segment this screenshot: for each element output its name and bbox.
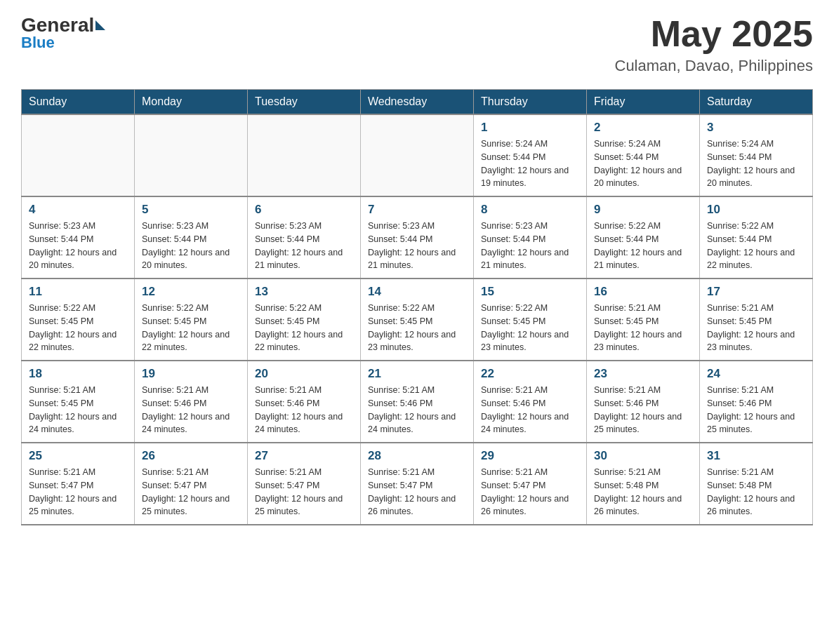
day-number: 15 (481, 285, 579, 299)
calendar-cell (248, 114, 361, 196)
calendar-cell: 18Sunrise: 5:21 AM Sunset: 5:45 PM Dayli… (22, 361, 135, 443)
day-info: Sunrise: 5:22 AM Sunset: 5:45 PM Dayligh… (29, 302, 127, 354)
day-info: Sunrise: 5:21 AM Sunset: 5:46 PM Dayligh… (707, 384, 805, 436)
day-number: 9 (594, 203, 692, 217)
day-info: Sunrise: 5:21 AM Sunset: 5:46 PM Dayligh… (255, 384, 353, 436)
calendar-cell: 7Sunrise: 5:23 AM Sunset: 5:44 PM Daylig… (361, 196, 474, 279)
calendar-cell: 21Sunrise: 5:21 AM Sunset: 5:46 PM Dayli… (361, 361, 474, 443)
day-number: 11 (29, 285, 127, 299)
location: Culaman, Davao, Philippines (615, 57, 814, 75)
weekday-header-saturday: Saturday (700, 90, 813, 115)
day-number: 20 (255, 367, 353, 381)
day-number: 27 (255, 449, 353, 463)
day-info: Sunrise: 5:21 AM Sunset: 5:46 PM Dayligh… (481, 384, 579, 436)
day-info: Sunrise: 5:24 AM Sunset: 5:44 PM Dayligh… (707, 137, 805, 190)
day-number: 3 (707, 121, 805, 135)
day-info: Sunrise: 5:22 AM Sunset: 5:45 PM Dayligh… (368, 302, 466, 354)
day-info: Sunrise: 5:22 AM Sunset: 5:44 PM Dayligh… (707, 220, 805, 272)
day-number: 30 (594, 449, 692, 463)
calendar-cell: 22Sunrise: 5:21 AM Sunset: 5:46 PM Dayli… (474, 361, 587, 443)
logo: General Blue (21, 14, 107, 52)
day-number: 18 (29, 367, 127, 381)
day-info: Sunrise: 5:21 AM Sunset: 5:47 PM Dayligh… (481, 466, 579, 518)
day-number: 10 (707, 203, 805, 217)
title-area: May 2025 Culaman, Davao, Philippines (615, 14, 814, 75)
calendar-week-5: 25Sunrise: 5:21 AM Sunset: 5:47 PM Dayli… (22, 443, 813, 525)
weekday-header-thursday: Thursday (474, 90, 587, 115)
calendar-cell: 28Sunrise: 5:21 AM Sunset: 5:47 PM Dayli… (361, 443, 474, 525)
calendar-cell: 10Sunrise: 5:22 AM Sunset: 5:44 PM Dayli… (700, 196, 813, 279)
day-info: Sunrise: 5:21 AM Sunset: 5:48 PM Dayligh… (707, 466, 805, 518)
calendar-cell: 16Sunrise: 5:21 AM Sunset: 5:45 PM Dayli… (587, 279, 700, 361)
logo-arrow-icon (95, 20, 105, 30)
day-info: Sunrise: 5:21 AM Sunset: 5:47 PM Dayligh… (29, 466, 127, 518)
calendar-cell: 11Sunrise: 5:22 AM Sunset: 5:45 PM Dayli… (22, 279, 135, 361)
day-number: 1 (481, 121, 579, 135)
day-info: Sunrise: 5:24 AM Sunset: 5:44 PM Dayligh… (594, 137, 692, 190)
day-number: 19 (142, 367, 240, 381)
day-info: Sunrise: 5:21 AM Sunset: 5:46 PM Dayligh… (142, 384, 240, 436)
calendar-cell: 6Sunrise: 5:23 AM Sunset: 5:44 PM Daylig… (248, 196, 361, 279)
day-info: Sunrise: 5:21 AM Sunset: 5:46 PM Dayligh… (594, 384, 692, 436)
weekday-header-wednesday: Wednesday (361, 90, 474, 115)
calendar-cell: 4Sunrise: 5:23 AM Sunset: 5:44 PM Daylig… (22, 196, 135, 279)
day-number: 2 (594, 121, 692, 135)
day-number: 29 (481, 449, 579, 463)
calendar-cell: 12Sunrise: 5:22 AM Sunset: 5:45 PM Dayli… (135, 279, 248, 361)
calendar-cell: 5Sunrise: 5:23 AM Sunset: 5:44 PM Daylig… (135, 196, 248, 279)
day-number: 12 (142, 285, 240, 299)
day-info: Sunrise: 5:22 AM Sunset: 5:45 PM Dayligh… (255, 302, 353, 354)
calendar-cell: 15Sunrise: 5:22 AM Sunset: 5:45 PM Dayli… (474, 279, 587, 361)
calendar-cell: 31Sunrise: 5:21 AM Sunset: 5:48 PM Dayli… (700, 443, 813, 525)
calendar-cell: 3Sunrise: 5:24 AM Sunset: 5:44 PM Daylig… (700, 114, 813, 196)
calendar-cell: 23Sunrise: 5:21 AM Sunset: 5:46 PM Dayli… (587, 361, 700, 443)
calendar-cell: 26Sunrise: 5:21 AM Sunset: 5:47 PM Dayli… (135, 443, 248, 525)
logo-blue: Blue (21, 34, 55, 52)
day-info: Sunrise: 5:23 AM Sunset: 5:44 PM Dayligh… (255, 220, 353, 272)
day-number: 22 (481, 367, 579, 381)
day-number: 8 (481, 203, 579, 217)
day-number: 24 (707, 367, 805, 381)
day-number: 26 (142, 449, 240, 463)
calendar-week-2: 4Sunrise: 5:23 AM Sunset: 5:44 PM Daylig… (22, 196, 813, 279)
day-number: 5 (142, 203, 240, 217)
day-number: 6 (255, 203, 353, 217)
day-info: Sunrise: 5:24 AM Sunset: 5:44 PM Dayligh… (481, 137, 579, 190)
calendar-cell (135, 114, 248, 196)
calendar-cell: 1Sunrise: 5:24 AM Sunset: 5:44 PM Daylig… (474, 114, 587, 196)
calendar-cell: 8Sunrise: 5:23 AM Sunset: 5:44 PM Daylig… (474, 196, 587, 279)
day-number: 31 (707, 449, 805, 463)
calendar-cell: 29Sunrise: 5:21 AM Sunset: 5:47 PM Dayli… (474, 443, 587, 525)
day-info: Sunrise: 5:21 AM Sunset: 5:47 PM Dayligh… (368, 466, 466, 518)
calendar-cell: 2Sunrise: 5:24 AM Sunset: 5:44 PM Daylig… (587, 114, 700, 196)
day-info: Sunrise: 5:22 AM Sunset: 5:45 PM Dayligh… (481, 302, 579, 354)
calendar-week-1: 1Sunrise: 5:24 AM Sunset: 5:44 PM Daylig… (22, 114, 813, 196)
day-number: 13 (255, 285, 353, 299)
day-number: 14 (368, 285, 466, 299)
day-number: 23 (594, 367, 692, 381)
calendar-cell: 20Sunrise: 5:21 AM Sunset: 5:46 PM Dayli… (248, 361, 361, 443)
calendar-cell: 19Sunrise: 5:21 AM Sunset: 5:46 PM Dayli… (135, 361, 248, 443)
page-header: General Blue May 2025 Culaman, Davao, Ph… (21, 14, 813, 75)
calendar-cell: 30Sunrise: 5:21 AM Sunset: 5:48 PM Dayli… (587, 443, 700, 525)
weekday-header-tuesday: Tuesday (248, 90, 361, 115)
day-info: Sunrise: 5:21 AM Sunset: 5:45 PM Dayligh… (594, 302, 692, 354)
calendar-cell: 9Sunrise: 5:22 AM Sunset: 5:44 PM Daylig… (587, 196, 700, 279)
day-info: Sunrise: 5:21 AM Sunset: 5:46 PM Dayligh… (368, 384, 466, 436)
day-number: 21 (368, 367, 466, 381)
day-number: 17 (707, 285, 805, 299)
day-info: Sunrise: 5:21 AM Sunset: 5:45 PM Dayligh… (707, 302, 805, 354)
day-info: Sunrise: 5:22 AM Sunset: 5:44 PM Dayligh… (594, 220, 692, 272)
weekday-header-monday: Monday (135, 90, 248, 115)
calendar-table: SundayMondayTuesdayWednesdayThursdayFrid… (21, 89, 813, 525)
weekday-header-row: SundayMondayTuesdayWednesdayThursdayFrid… (22, 90, 813, 115)
day-info: Sunrise: 5:21 AM Sunset: 5:47 PM Dayligh… (255, 466, 353, 518)
day-info: Sunrise: 5:23 AM Sunset: 5:44 PM Dayligh… (29, 220, 127, 272)
calendar-cell (361, 114, 474, 196)
calendar-cell: 17Sunrise: 5:21 AM Sunset: 5:45 PM Dayli… (700, 279, 813, 361)
day-info: Sunrise: 5:23 AM Sunset: 5:44 PM Dayligh… (481, 220, 579, 272)
day-info: Sunrise: 5:21 AM Sunset: 5:48 PM Dayligh… (594, 466, 692, 518)
calendar-week-4: 18Sunrise: 5:21 AM Sunset: 5:45 PM Dayli… (22, 361, 813, 443)
day-number: 25 (29, 449, 127, 463)
day-number: 28 (368, 449, 466, 463)
